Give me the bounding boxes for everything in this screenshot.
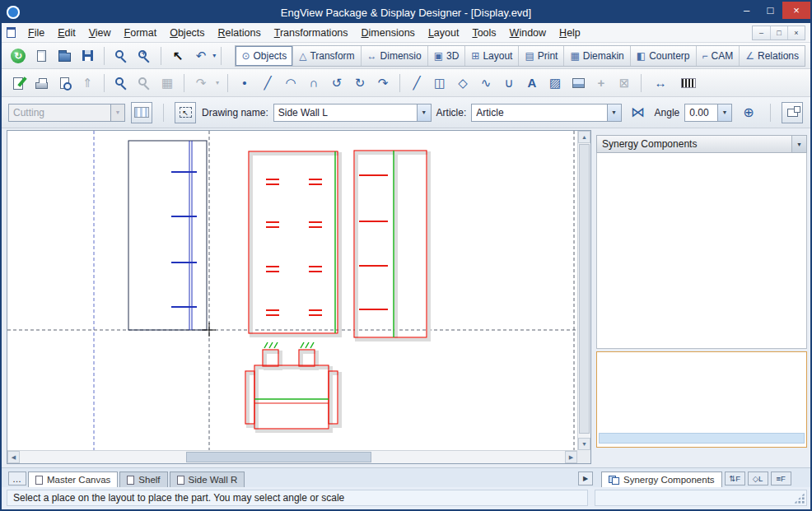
panel-dropdown-button[interactable]: ▼ bbox=[791, 136, 806, 152]
chamfer-tool-button[interactable]: ↻ bbox=[349, 72, 371, 94]
tab-transform[interactable]: △Transform bbox=[293, 46, 361, 66]
canvas[interactable]: ▲ ▼ ◀ ▶ bbox=[7, 130, 591, 464]
redo-button[interactable]: ↷ bbox=[190, 72, 212, 94]
tab-print[interactable]: ▤Print bbox=[519, 46, 564, 66]
tab-objects[interactable]: ⊙Objects bbox=[236, 46, 293, 66]
arc-tool-button[interactable]: ◠ bbox=[280, 72, 301, 94]
article-combo[interactable]: Article ▼ bbox=[471, 104, 621, 122]
export-button[interactable]: ⇑ bbox=[77, 72, 98, 94]
arc-3point-tool-button[interactable]: ∩ bbox=[303, 72, 324, 94]
line-tool-button[interactable]: ╱ bbox=[257, 72, 278, 94]
preview-scrollbar[interactable] bbox=[599, 433, 805, 444]
undo-button[interactable]: ↶ bbox=[190, 45, 212, 67]
spline-tool-button[interactable]: ∪ bbox=[498, 72, 520, 94]
angle-combo[interactable]: 0.00 ▼ bbox=[684, 104, 732, 122]
new-button[interactable] bbox=[30, 45, 52, 67]
delete-node-button[interactable]: ⊠ bbox=[614, 72, 635, 94]
redo-dropdown-button[interactable]: ▾ bbox=[212, 72, 222, 94]
polyline-tool-button[interactable]: ╱ bbox=[406, 72, 427, 94]
horizontal-scrollbar[interactable]: ◀ ▶ bbox=[7, 450, 577, 463]
combo-arrow-icon[interactable]: ▼ bbox=[417, 105, 431, 121]
combo-arrow-icon[interactable]: ▼ bbox=[607, 105, 621, 121]
hatch-tool-button[interactable]: ▨ bbox=[544, 72, 566, 94]
menu-help[interactable]: Help bbox=[553, 25, 587, 41]
menu-transformations[interactable]: Transformations bbox=[268, 25, 355, 41]
menu-tools[interactable]: Tools bbox=[465, 25, 502, 41]
open-button[interactable] bbox=[54, 45, 75, 67]
tab-layout[interactable]: ⊞Layout bbox=[465, 46, 519, 66]
rectangle-tool-button[interactable]: ◫ bbox=[429, 72, 450, 94]
close-button[interactable]: × bbox=[782, 2, 810, 19]
combo-arrow-icon[interactable]: ▼ bbox=[717, 105, 731, 121]
menu-format[interactable]: Format bbox=[118, 25, 164, 41]
point-tool-button[interactable]: • bbox=[234, 72, 255, 94]
scroll-right-icon[interactable]: ▶ bbox=[565, 451, 577, 463]
part-shelf-back[interactable] bbox=[354, 151, 427, 337]
print-preview-button[interactable] bbox=[54, 72, 75, 94]
panel-layers-button[interactable]: ◇L bbox=[748, 472, 768, 485]
image-tool-button[interactable] bbox=[567, 72, 589, 94]
layer-fill-button[interactable] bbox=[131, 102, 152, 123]
engview-home-button[interactable]: ↻ bbox=[7, 45, 29, 67]
resize-grip[interactable] bbox=[794, 493, 805, 504]
tab-synergy-components[interactable]: Synergy Components bbox=[601, 472, 722, 487]
mdi-minimize-button[interactable]: – bbox=[753, 26, 770, 39]
zoom-previous-button[interactable] bbox=[133, 72, 155, 94]
scroll-down-icon[interactable]: ▼ bbox=[578, 438, 590, 450]
menu-objects[interactable]: Objects bbox=[163, 25, 211, 41]
text-tool-button[interactable]: A bbox=[521, 72, 543, 94]
tab-master-canvas[interactable]: Master Canvas bbox=[28, 472, 118, 487]
zoom-dynamic-button[interactable] bbox=[110, 72, 132, 94]
minimize-button[interactable]: – bbox=[735, 2, 758, 19]
part-shelf-front[interactable] bbox=[249, 151, 338, 333]
menu-window[interactable]: Window bbox=[503, 25, 553, 41]
horizontal-scroll-thumb[interactable] bbox=[186, 452, 371, 462]
mirror-button[interactable]: ⋈ bbox=[628, 102, 649, 123]
save-button[interactable] bbox=[77, 45, 98, 67]
tab-counterpart[interactable]: ◧Counterp bbox=[631, 46, 697, 66]
mdi-restore-button[interactable]: □ bbox=[770, 26, 787, 39]
dimension-tool-button[interactable]: ↔ bbox=[647, 72, 674, 94]
canvas-drawing[interactable] bbox=[7, 131, 577, 450]
grid-button[interactable]: ▦ bbox=[156, 72, 178, 94]
wave-tool-button[interactable]: ∿ bbox=[475, 72, 497, 94]
vertical-scroll-thumb[interactable] bbox=[579, 144, 590, 434]
polygon-tool-button[interactable]: ◇ bbox=[452, 72, 474, 94]
menu-layout[interactable]: Layout bbox=[422, 25, 466, 41]
barcode-tool-button[interactable] bbox=[675, 72, 702, 94]
tab-cam[interactable]: ⌐CAM bbox=[697, 46, 740, 66]
tab-relations[interactable]: ∠Relations bbox=[740, 46, 805, 66]
tab-side-wall-r[interactable]: Side Wall R bbox=[170, 472, 245, 487]
fillet-tool-button[interactable]: ↺ bbox=[326, 72, 348, 94]
component-preview[interactable] bbox=[596, 351, 807, 448]
zoom-button[interactable] bbox=[110, 45, 132, 67]
menu-edit[interactable]: Edit bbox=[51, 25, 82, 41]
part-side-wall[interactable] bbox=[128, 141, 207, 330]
menu-file[interactable]: File bbox=[21, 25, 51, 41]
print-button[interactable] bbox=[30, 72, 52, 94]
tab-next-button[interactable]: ▶ bbox=[578, 472, 593, 485]
scroll-up-icon[interactable]: ▲ bbox=[578, 131, 590, 143]
mdi-close-button[interactable]: × bbox=[787, 26, 805, 39]
drawing-name-combo[interactable]: Side Wall L ▼ bbox=[273, 104, 432, 122]
place-part-button[interactable]: ↖ bbox=[175, 102, 196, 123]
zoom-region-button[interactable]: + bbox=[133, 45, 155, 67]
part-tray[interactable] bbox=[245, 350, 338, 429]
components-list[interactable] bbox=[596, 153, 807, 349]
tab-shelf[interactable]: Shelf bbox=[119, 472, 167, 487]
reference-point-button[interactable] bbox=[782, 102, 803, 123]
scroll-left-icon[interactable]: ◀ bbox=[7, 451, 20, 463]
round-corner-tool-button[interactable]: ↷ bbox=[372, 72, 394, 94]
panel-fit-button[interactable]: ⇅F bbox=[725, 472, 745, 485]
select-tool-button[interactable]: ↖ bbox=[167, 45, 189, 67]
tab-3d[interactable]: ▣3D bbox=[428, 46, 466, 66]
undo-dropdown-button[interactable]: ▾ bbox=[212, 45, 216, 67]
add-node-button[interactable]: + bbox=[590, 72, 612, 94]
menu-dimensions[interactable]: Dimensions bbox=[355, 25, 422, 41]
vertical-scrollbar[interactable]: ▲ ▼ bbox=[577, 131, 590, 450]
menu-view[interactable]: View bbox=[82, 25, 118, 41]
tab-overflow-button[interactable]: … bbox=[8, 472, 26, 485]
snap-target-button[interactable]: ⊕ bbox=[738, 102, 759, 123]
panel-list-button[interactable]: ≡F bbox=[771, 472, 791, 485]
maximize-button[interactable]: □ bbox=[758, 2, 782, 19]
